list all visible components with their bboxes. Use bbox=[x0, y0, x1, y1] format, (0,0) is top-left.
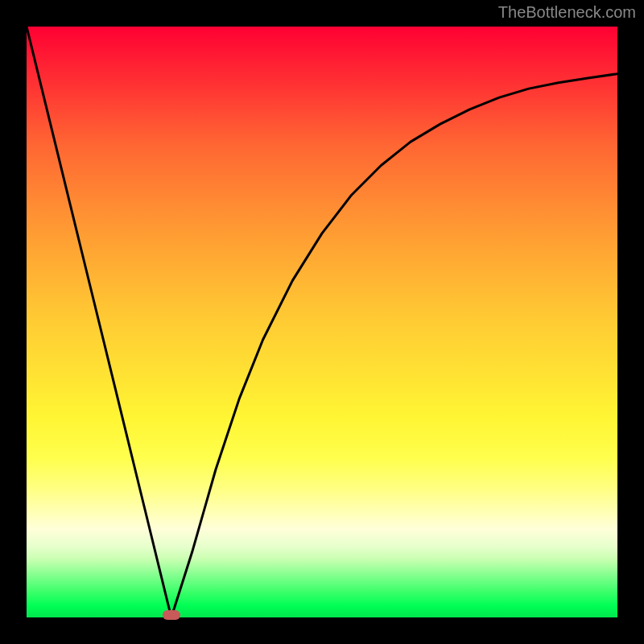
watermark-text: TheBottleneck.com bbox=[498, 3, 636, 22]
optimal-marker bbox=[163, 610, 180, 620]
bottleneck-curve bbox=[27, 27, 617, 617]
